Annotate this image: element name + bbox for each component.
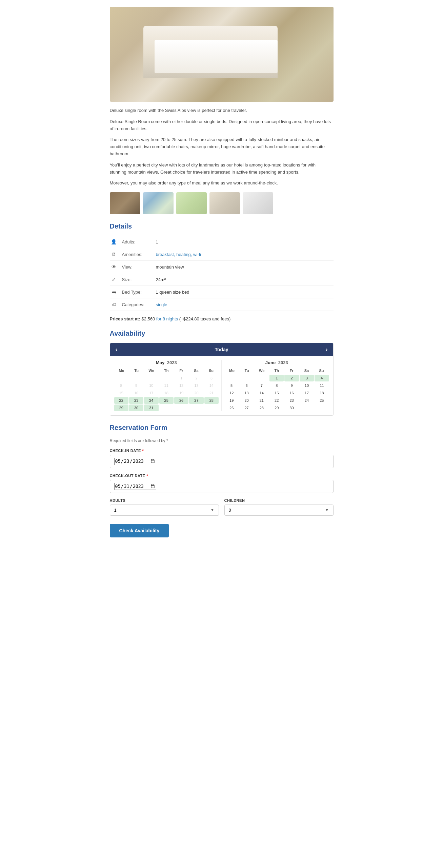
june-day-16[interactable]: 16 <box>284 390 299 396</box>
desc-4: You'll enjoy a perfect city view with lo… <box>110 162 334 176</box>
may-day-13[interactable]: 13 <box>189 382 203 389</box>
june-day-20[interactable]: 20 <box>239 397 254 404</box>
may-day-28[interactable]: 28 <box>204 397 219 404</box>
desc-2: Deluxe Single Room come with either doub… <box>110 118 334 133</box>
june-day-5[interactable]: 5 <box>224 382 239 389</box>
june-day-4[interactable]: 4 <box>315 375 329 381</box>
june-day-11[interactable]: 11 <box>315 382 329 389</box>
may-day-25[interactable]: 25 <box>159 397 174 404</box>
may-day-19[interactable]: 19 <box>174 390 188 396</box>
june-day-7[interactable]: 7 <box>255 382 269 389</box>
checkin-date-input[interactable] <box>114 458 156 465</box>
view-value: mountain view <box>156 264 184 270</box>
june-day-1[interactable]: 1 <box>269 375 284 381</box>
june-day-10[interactable]: 10 <box>300 382 314 389</box>
may-day-22[interactable]: 22 <box>114 397 128 404</box>
checkin-input-wrapper <box>110 455 334 468</box>
children-select[interactable]: 0 1 2 3 4 <box>229 508 325 513</box>
june-day-19[interactable]: 19 <box>224 397 239 404</box>
view-icon: 👁 <box>110 263 118 271</box>
may-day-16[interactable]: 16 <box>129 390 143 396</box>
june-day-23[interactable]: 23 <box>284 397 299 404</box>
adults-select[interactable]: 1 2 3 4 5 <box>114 508 210 513</box>
children-select-wrapper: 0 1 2 3 4 ▼ <box>224 505 334 516</box>
june-day-6[interactable]: 6 <box>239 382 254 389</box>
may-day-12[interactable]: 12 <box>174 382 188 389</box>
thumbnail-1[interactable] <box>110 192 140 214</box>
reservation-form: Required fields are followed by * CHECK-… <box>110 438 334 537</box>
may-day-11[interactable]: 11 <box>159 382 174 389</box>
may-day-1[interactable]: 1 <box>174 375 188 381</box>
may-day-24[interactable]: 24 <box>144 397 158 404</box>
check-availability-button[interactable]: Check Availability <box>110 524 169 537</box>
detail-adults-row: 👤 Adults: 1 <box>110 236 334 248</box>
detail-amenities-row: 🖥 Amenities: breakfast, heating, wi-fi <box>110 248 334 261</box>
calendar-next-button[interactable]: › <box>326 347 327 353</box>
may-day-21[interactable]: 21 <box>204 390 219 396</box>
june-day-3[interactable]: 3 <box>300 375 314 381</box>
may-day-9[interactable]: 9 <box>129 382 143 389</box>
may-day-headers: Mo Tu We Th Fr Sa Su <box>114 368 219 373</box>
may-day-18[interactable]: 18 <box>159 390 174 396</box>
june-day-2[interactable]: 2 <box>284 375 299 381</box>
room-description: Deluxe single room with the Swiss Alps v… <box>110 107 334 187</box>
june-day-headers: Mo Tu We Th Fr Sa Su <box>224 368 329 373</box>
may-day-17[interactable]: 17 <box>144 390 158 396</box>
may-day-3[interactable]: 3 <box>204 375 219 381</box>
desc-1: Deluxe single room with the Swiss Alps v… <box>110 107 334 114</box>
thumbnail-2[interactable] <box>143 192 174 214</box>
may-day-31[interactable]: 31 <box>144 405 158 411</box>
may-day-15[interactable]: 15 <box>114 390 128 396</box>
calendar-prev-button[interactable]: ‹ <box>116 347 117 353</box>
june-day-9[interactable]: 9 <box>284 382 299 389</box>
may-day-2[interactable]: 2 <box>189 375 203 381</box>
may-day-29[interactable]: 29 <box>114 405 128 411</box>
room-image <box>110 7 334 102</box>
may-day-30[interactable]: 30 <box>129 405 143 411</box>
june-day-22[interactable]: 22 <box>269 397 284 404</box>
may-day-20[interactable]: 20 <box>189 390 203 396</box>
june-day-13[interactable]: 13 <box>239 390 254 396</box>
may-day-27[interactable]: 27 <box>189 397 203 404</box>
may-day-23[interactable]: 23 <box>129 397 143 404</box>
june-day-17[interactable]: 17 <box>300 390 314 396</box>
adults-select-wrapper: 1 2 3 4 5 ▼ <box>110 505 219 516</box>
may-title: May 2023 <box>114 360 219 365</box>
june-day-29[interactable]: 29 <box>269 405 284 411</box>
amenities-link[interactable]: breakfast, heating, wi-fi <box>156 252 201 257</box>
may-day-26[interactable]: 26 <box>174 397 188 404</box>
adults-group: ADULTS 1 2 3 4 5 ▼ <box>110 498 219 516</box>
may-day-8[interactable]: 8 <box>114 382 128 389</box>
june-day-27[interactable]: 27 <box>239 405 254 411</box>
calendar-today-label: Today <box>215 347 228 352</box>
june-title: June 2023 <box>224 360 329 365</box>
june-day-25[interactable]: 25 <box>315 397 329 404</box>
thumbnail-4[interactable] <box>209 192 240 214</box>
june-day-8[interactable]: 8 <box>269 382 284 389</box>
june-day-empty <box>239 375 254 381</box>
reservation-title: Reservation Form <box>110 424 334 432</box>
june-day-28[interactable]: 28 <box>255 405 269 411</box>
june-day-empty <box>224 375 239 381</box>
size-label: Size: <box>122 277 156 282</box>
adults-form-label: ADULTS <box>110 498 219 502</box>
june-day-15[interactable]: 15 <box>269 390 284 396</box>
calendar-divider <box>221 360 222 411</box>
june-day-18[interactable]: 18 <box>315 390 329 396</box>
june-day-14[interactable]: 14 <box>255 390 269 396</box>
june-day-24[interactable]: 24 <box>300 397 314 404</box>
categories-link[interactable]: single <box>156 302 167 307</box>
thumbnail-5[interactable] <box>243 192 273 214</box>
may-day-14[interactable]: 14 <box>204 382 219 389</box>
prices-nights-link[interactable]: for 8 nights <box>156 316 178 321</box>
june-day-30[interactable]: 30 <box>284 405 299 411</box>
detail-bedtype-row: 🛏 Bed Type: 1 queen size bed <box>110 286 334 298</box>
children-form-label: CHILDREN <box>224 498 334 502</box>
june-day-21[interactable]: 21 <box>255 397 269 404</box>
june-day-26[interactable]: 26 <box>224 405 239 411</box>
checkout-date-input[interactable] <box>114 483 156 490</box>
june-day-12[interactable]: 12 <box>224 390 239 396</box>
bedtype-value: 1 queen size bed <box>156 290 189 295</box>
thumbnail-3[interactable] <box>176 192 207 214</box>
may-day-10[interactable]: 10 <box>144 382 158 389</box>
